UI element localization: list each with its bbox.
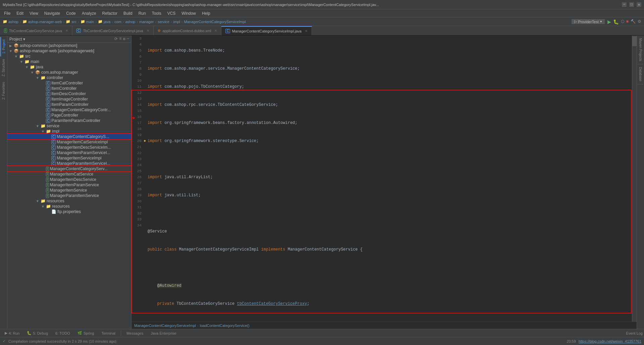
tree-item-controller[interactable]: ▼ 📁 controller: [7, 75, 131, 80]
close-button[interactable]: ✕: [637, 2, 641, 7]
tree-item-manageritemcatserviceimpl[interactable]: C ManagerItemCatServiceImpl: [7, 139, 131, 145]
maximize-button[interactable]: □: [629, 2, 634, 7]
bc-service[interactable]: service: [158, 20, 169, 24]
project-action-close[interactable]: —: [127, 37, 129, 42]
tree-item-resources-sub[interactable]: ▼ 📁 resources: [7, 204, 131, 209]
code-content[interactable]: import com.ashop.beans.TreeNode; import …: [146, 36, 632, 322]
tree-item-itemdesccontroller[interactable]: C ItemDescController: [7, 91, 131, 96]
run-config-dropdown[interactable]: ▷ ProviderTest ▾: [572, 19, 605, 24]
tree-item-itemparamcontroller[interactable]: C ItemParamController: [7, 102, 131, 107]
stop-button[interactable]: ■: [626, 19, 629, 24]
favorites-panel-tab[interactable]: 2: Favorites: [1, 79, 6, 102]
coverage-button[interactable]: ⬡: [621, 19, 624, 24]
run-tab[interactable]: ▶ 4: Run: [1, 330, 23, 336]
bc-ashop2[interactable]: ashop: [125, 20, 135, 24]
debug-tab[interactable]: 🐛 5: Debug: [23, 330, 51, 336]
menu-analyze[interactable]: Analyze: [79, 10, 99, 16]
breadcrumb-class[interactable]: ManagerContentCategoryServiceImpl: [134, 324, 196, 328]
tab-tbcontentcategoryserviceimpl[interactable]: C TbContentCateGoryServiceImpl.java ✕: [72, 26, 153, 35]
tree-item-java[interactable]: ▼ 📁 java: [7, 64, 131, 70]
tree-item-src[interactable]: ▼ 📁 src: [7, 54, 131, 59]
project-action-gear[interactable]: ⚙: [123, 37, 125, 42]
minimize-button[interactable]: ─: [622, 2, 627, 7]
menu-view[interactable]: View: [27, 10, 41, 16]
scroll-thumb[interactable]: [632, 36, 637, 46]
tree-item-manageritemparamservice-iface[interactable]: I ManagerItemParamService: [7, 182, 131, 188]
todo-tab[interactable]: 6: TODO: [52, 331, 73, 336]
java-enterprise-tab[interactable]: Java Enterprise: [147, 331, 179, 336]
code-area[interactable]: 3 4 5 6 7 8 9 10 11 12 13 14 15 16 17 18: [131, 36, 637, 322]
run-button[interactable]: ▶: [607, 19, 611, 24]
tree-item-managercategoryserviceimpl[interactable]: C ManagerContentCategoryS...: [7, 134, 131, 139]
tree-item-impl-folder[interactable]: ▼ 📁 impl: [7, 129, 131, 134]
tree-item-resources[interactable]: ▼ 📁 resources: [7, 198, 131, 204]
bc-file[interactable]: ManagerContentCategoryServiceImpl: [184, 20, 246, 24]
tree-item-main[interactable]: ▼ 📁 main: [7, 59, 131, 64]
tree-item-ashop-common[interactable]: ▶ 📦 ashop-common [ashopcommon]: [7, 43, 131, 48]
menu-tools[interactable]: Tools: [149, 10, 164, 16]
menu-file[interactable]: File: [1, 10, 13, 16]
event-log-btn[interactable]: Event Log: [626, 331, 643, 335]
tree-item-manageritemservice[interactable]: I ManagerItemService: [7, 188, 131, 193]
bc-impl[interactable]: impl: [173, 20, 180, 24]
menu-navigate[interactable]: Navigate: [42, 10, 63, 16]
project-panel-tab[interactable]: 1: Project: [0, 37, 7, 56]
tree-item-managercategoryservice-iface[interactable]: I ManagerContentCategoryServ...: [7, 166, 131, 171]
tab-tbcontentcategoryservice[interactable]: I TbContentCateGoryService.java ✕: [0, 26, 72, 35]
tab-managercontentcategoryserviceimpl[interactable]: C ManagerContentCategoryServiceImpl.java…: [221, 26, 312, 35]
bc-java[interactable]: 📁 java: [98, 19, 110, 24]
tree-item-itemcatcontroller[interactable]: C ItemCatController: [7, 80, 131, 86]
terminal-tab[interactable]: Terminal: [98, 331, 119, 336]
tree-item-pagecontroller[interactable]: C PageController: [7, 113, 131, 118]
window-title: MybatisTest [C:\githubRepositories\shopp…: [3, 3, 622, 7]
tab-appcontext[interactable]: ⚙ applicationContext-dubbo.xml ✕: [154, 26, 222, 35]
spring-tab[interactable]: 🌿 Spring: [74, 330, 98, 336]
tab-close-1[interactable]: ✕: [65, 29, 68, 32]
tree-item-manageritemserviceimpl[interactable]: C ManagerItemServiceImpl: [7, 155, 131, 161]
bc-manager-web[interactable]: 📁 ashop-manager-web: [22, 19, 62, 24]
tree-item-managercontent[interactable]: C ManagerContentCategoryContr...: [7, 107, 131, 113]
tree-item-com-ashop-manager[interactable]: ▼ 📦 com.ashop.manager: [7, 70, 131, 75]
tree-item-ashop-manager-web[interactable]: ▼ 📦 ashop-manager-web [ashopmanagerweb]: [7, 48, 131, 54]
debug-button[interactable]: 🐛: [613, 19, 619, 24]
breadcrumb-method[interactable]: loadContentCategoryService(): [200, 324, 250, 328]
menu-refactor[interactable]: Refactor: [100, 10, 120, 16]
tree-item-managerparamitemservice-iface[interactable]: I ManagerParamItemService: [7, 193, 131, 198]
tree-item-service-folder[interactable]: ▼ 📁 service: [7, 123, 131, 129]
bc-manager[interactable]: manager: [139, 20, 154, 24]
tree-item-itemcontroller[interactable]: C ItemController: [7, 86, 131, 91]
menu-vcs[interactable]: VCS: [165, 10, 178, 16]
messages-tab[interactable]: Messages: [123, 331, 147, 336]
menu-edit[interactable]: Edit: [14, 10, 26, 16]
maven-panel-tab[interactable]: Maven Projects: [638, 36, 643, 64]
iface-icon-3: I: [46, 178, 49, 182]
tree-item-itemimagecontroller[interactable]: C ItemImageController: [7, 96, 131, 102]
project-action-sync[interactable]: ⟳: [114, 37, 118, 42]
bc-com[interactable]: com: [114, 20, 121, 24]
code-line-18: [148, 319, 632, 322]
menu-run[interactable]: Run: [136, 10, 149, 16]
project-action-settings[interactable]: ≡: [119, 37, 121, 42]
menu-code[interactable]: Code: [63, 10, 78, 16]
tree-item-ftpproperties[interactable]: 📄 ftp.properties: [7, 209, 131, 214]
structure-panel-tab[interactable]: Z: Structure: [1, 56, 6, 79]
tab-close-2[interactable]: ✕: [147, 29, 149, 32]
tree-item-manageritemcatservice[interactable]: I ManagerItemCatService: [7, 171, 131, 177]
tab-close-4[interactable]: ✕: [305, 29, 308, 33]
bc-src[interactable]: 📁 src: [66, 19, 76, 24]
menu-window[interactable]: Window: [179, 10, 199, 16]
tree-item-managerparamitemservice[interactable]: C ManagerParamItemServiceI...: [7, 161, 131, 166]
menu-build[interactable]: Build: [121, 10, 135, 16]
tab-close-3[interactable]: ✕: [214, 29, 217, 32]
tree-item-paramitemparamcontroller[interactable]: C ParamItemParamController: [7, 118, 131, 123]
bc-ashop[interactable]: 📁 ashop: [3, 19, 18, 24]
database-panel-tab[interactable]: Database: [638, 64, 643, 84]
tree-item-manageritemdescservice[interactable]: I ManagerItemDescService: [7, 177, 131, 182]
settings-button[interactable]: ⚙: [638, 19, 641, 24]
menu-help[interactable]: Help: [199, 10, 213, 16]
build-button[interactable]: 🔨: [631, 19, 636, 24]
tree-item-manageritemdescserviceim[interactable]: C ManagerItemDescServiceIm...: [7, 145, 131, 150]
tree-item-manageritemparamservice[interactable]: C ManagerItemParamServiceI...: [7, 150, 131, 155]
debug-tab-label: 5: Debug: [33, 331, 48, 335]
bc-main[interactable]: 📁 main: [80, 19, 94, 24]
